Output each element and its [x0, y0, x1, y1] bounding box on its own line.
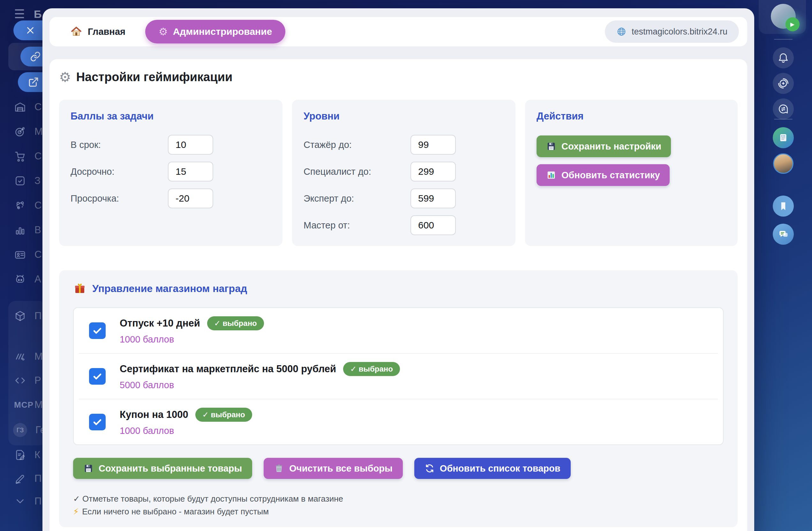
- reward-shop-section: Управление магазином наград Отпуск +10 д…: [59, 270, 738, 527]
- notifications-button[interactable]: [773, 47, 794, 68]
- nav-admin-button[interactable]: ⚙ Администрирование: [145, 20, 285, 43]
- id-card-icon: [14, 249, 26, 261]
- bell-icon: [777, 52, 789, 64]
- clear-selections-button[interactable]: Очистить все выборы: [264, 458, 403, 479]
- news-button[interactable]: [773, 127, 794, 148]
- external-link-icon: [28, 77, 39, 87]
- sidebar-item-more[interactable]: П: [14, 495, 42, 507]
- reward-name: Сертификат на маркетплейс на 5000 рублей: [120, 363, 336, 375]
- sidebar-item-ai[interactable]: А: [14, 273, 41, 285]
- reward-row: Купон на 1000 ✓ выбрано 1000 баллов: [79, 399, 718, 444]
- waves-icon: [14, 350, 26, 363]
- sidebar-item-dev[interactable]: Р: [14, 375, 41, 387]
- selected-badge: ✓ выбрано: [343, 362, 400, 376]
- save-selected-button[interactable]: Сохранить выбранные товары: [73, 458, 252, 479]
- sidebar-item-sales[interactable]: С: [14, 150, 42, 162]
- reward-checkbox[interactable]: [89, 322, 106, 339]
- network-icon: [14, 199, 26, 211]
- reward-checkbox[interactable]: [89, 368, 106, 385]
- floppy-disk-icon: [546, 141, 556, 151]
- hamburger-menu-icon[interactable]: ☰: [14, 7, 26, 21]
- translate-chat-button[interactable]: [773, 98, 794, 120]
- panel-task-points: Баллы за задачи В срок: Досрочно: Просро…: [59, 100, 282, 246]
- gear-icon: ⚙: [159, 26, 168, 38]
- trash-icon: [274, 463, 284, 474]
- assistant-avatar[interactable]: [773, 153, 794, 174]
- field-trainee: Стажёр до:: [304, 135, 504, 155]
- shop-title: Управление магазином наград: [73, 282, 724, 295]
- box-icon: [14, 310, 26, 322]
- master-input[interactable]: [410, 215, 456, 235]
- selected-badge: ✓ выбрано: [195, 408, 252, 422]
- field-on-time: В срок:: [71, 135, 271, 155]
- sidebar-item-marketing[interactable]: М: [14, 126, 43, 138]
- bookmark-icon: [777, 200, 789, 212]
- bar-chart-icon: [14, 224, 26, 236]
- user-avatar[interactable]: ▶: [771, 4, 796, 29]
- expert-input[interactable]: [410, 188, 456, 208]
- sidebar-item-staff[interactable]: С: [14, 249, 42, 261]
- sidebar-item-mcp[interactable]: MCP М: [14, 399, 43, 410]
- field-master: Мастер от:: [304, 215, 504, 235]
- copilot-button[interactable]: [773, 73, 794, 94]
- floppy-disk-icon: [83, 463, 93, 474]
- sidebar-item-analytics[interactable]: В: [14, 224, 41, 236]
- early-input[interactable]: [168, 162, 213, 181]
- reward-row: Сертификат на маркетплейс на 5000 рублей…: [79, 353, 718, 399]
- home-icon: [71, 26, 82, 37]
- document-edit-icon: [14, 449, 26, 461]
- portal-domain-badge: testmagicolors.bitrix24.ru: [605, 20, 739, 43]
- panel-title: Действия: [537, 111, 726, 122]
- sidebar-item-store[interactable]: С: [14, 101, 42, 113]
- sidebar-item-gz[interactable]: ГЗ Ге: [14, 423, 46, 437]
- pen-icon: [14, 473, 26, 485]
- check-icon: [92, 371, 103, 382]
- sidebar-item-tasks[interactable]: З: [14, 175, 41, 187]
- page-title: ⚙ Настройки геймификации: [59, 69, 738, 85]
- panel-title: Баллы за задачи: [71, 111, 271, 122]
- nav-home[interactable]: Главная: [71, 26, 126, 37]
- reward-name: Купон на 1000: [120, 409, 188, 420]
- brand-letter: Б: [34, 8, 42, 20]
- robot-icon: [14, 273, 26, 285]
- sidebar-item-products[interactable]: П: [14, 310, 42, 322]
- target-icon: [14, 126, 26, 138]
- check-icon: [92, 417, 103, 428]
- bookmarks-button[interactable]: [773, 196, 794, 216]
- trainee-input[interactable]: [410, 135, 456, 155]
- chevron-down-icon: [14, 495, 26, 507]
- save-settings-button[interactable]: Сохранить настройки: [537, 136, 671, 157]
- sidebar-item-sign[interactable]: П: [14, 473, 42, 485]
- panel-levels: Уровни Стажёр до: Специалист до: Эксперт…: [292, 100, 516, 246]
- selected-badge: ✓ выбрано: [207, 316, 264, 330]
- check-icon: [92, 325, 103, 336]
- sidebar-item-docs[interactable]: К: [14, 449, 40, 461]
- gift-icon: [73, 282, 87, 295]
- reward-list: Отпуск +10 дней ✓ выбрано 1000 баллов: [73, 307, 724, 445]
- refresh-stats-button[interactable]: Обновить статистику: [537, 164, 670, 186]
- sidebar-item-waves[interactable]: М: [14, 350, 43, 363]
- field-specialist: Специалист до:: [304, 162, 504, 181]
- translate-chat-icon: [777, 103, 789, 115]
- nav-home-label: Главная: [88, 27, 126, 37]
- settings-panels: Баллы за задачи В срок: Досрочно: Просро…: [59, 100, 738, 246]
- refresh-products-button[interactable]: Обновить список товаров: [414, 458, 571, 479]
- shop-notes: ✓ Отметьте товары, которые будут доступн…: [73, 492, 724, 518]
- play-status-icon[interactable]: ▶: [785, 17, 800, 31]
- link-icon: [30, 51, 41, 62]
- code-icon: [14, 375, 26, 387]
- nav-admin-label: Администрирование: [173, 26, 272, 37]
- overdue-input[interactable]: [168, 188, 213, 208]
- globe-icon: [617, 27, 626, 37]
- sidebar-brand[interactable]: ☰ Б: [14, 7, 42, 21]
- lightning-icon: ⚡: [73, 505, 79, 518]
- rail-divider: [774, 119, 793, 120]
- reward-row: Отпуск +10 дней ✓ выбрано 1000 баллов: [79, 308, 718, 353]
- field-early: Досрочно:: [71, 162, 271, 181]
- desktop-background: ☰ Б С М: [0, 0, 812, 531]
- messenger-button[interactable]: [773, 224, 794, 245]
- specialist-input[interactable]: [410, 162, 456, 181]
- reward-checkbox[interactable]: [89, 414, 106, 430]
- on-time-input[interactable]: [168, 135, 213, 155]
- sidebar-item-crm[interactable]: С: [14, 199, 42, 211]
